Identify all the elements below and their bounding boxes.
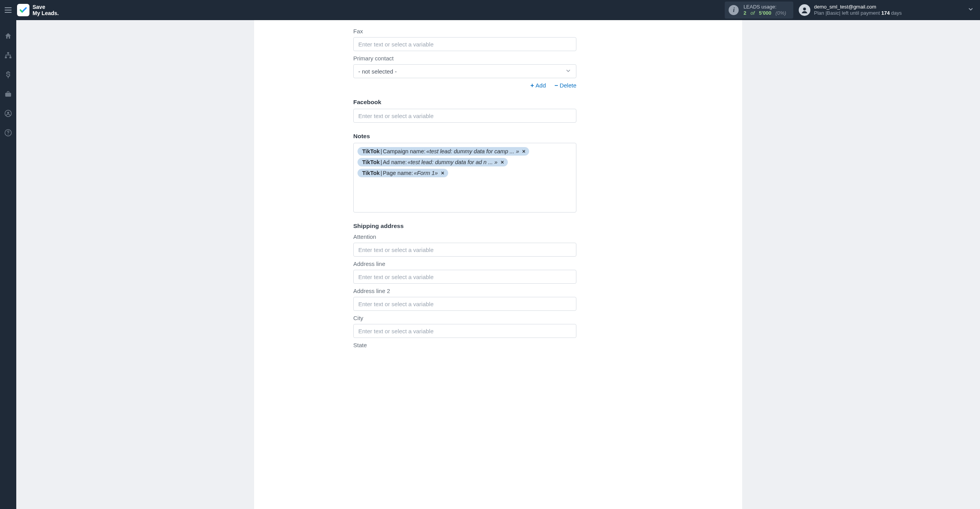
nav-billing[interactable]	[0, 69, 16, 81]
add-button[interactable]: + Add	[530, 82, 546, 89]
leads-usage-title: LEADS usage:	[743, 4, 786, 10]
svg-rect-3	[5, 57, 7, 58]
account-text: demo_sml_test@gmail.com Plan |Basic| lef…	[814, 4, 902, 17]
chip-source: TikTok	[362, 159, 380, 165]
account-email: demo_sml_test@gmail.com	[814, 4, 902, 10]
brand[interactable]: Save My Leads.	[17, 4, 59, 16]
svg-rect-2	[7, 52, 9, 54]
chip-label: Page name:	[383, 170, 413, 176]
leads-of: of	[750, 10, 755, 16]
plan-prefix: Plan |Basic| left until payment	[814, 10, 882, 16]
brand-text: Save My Leads.	[33, 4, 59, 16]
variable-chip[interactable]: TikTok | Campaign name: «test lead: dumm…	[358, 147, 529, 156]
dollar-icon	[4, 71, 12, 79]
nav-integrations[interactable]	[0, 50, 16, 61]
form-area: Fax Primary contact - not selected - + A…	[353, 28, 576, 348]
notes-section-label: Notes	[353, 133, 576, 140]
address-line-label: Address line	[353, 260, 576, 267]
address-line-2-input[interactable]	[353, 297, 576, 311]
svg-point-1	[803, 8, 806, 10]
state-label: State	[353, 342, 576, 348]
nav-help[interactable]	[0, 127, 16, 139]
nav-home[interactable]	[0, 30, 16, 42]
chip-label: Ad name:	[383, 159, 407, 165]
chip-source: TikTok	[362, 170, 380, 176]
brand-line2: My Leads.	[33, 10, 59, 16]
minus-icon: −	[554, 82, 558, 89]
leads-used: 2	[743, 10, 746, 16]
sitemap-icon	[4, 51, 12, 59]
leads-total: 5'000	[759, 10, 771, 16]
address-line-input[interactable]	[353, 270, 576, 284]
primary-contact-actions: + Add − Delete	[353, 82, 576, 89]
svg-rect-5	[5, 93, 11, 97]
leads-usage-values: 2 of 5'000 (0%)	[743, 10, 786, 16]
chip-value: «Form 1»	[414, 170, 438, 176]
plus-icon: +	[530, 82, 534, 89]
chip-remove-icon[interactable]: ×	[522, 148, 525, 154]
topbar: Save My Leads. i LEADS usage: 2 of 5'000…	[0, 0, 980, 20]
hamburger-icon	[5, 7, 12, 13]
question-circle-icon	[4, 129, 12, 137]
fax-input[interactable]	[353, 37, 576, 51]
user-circle-icon	[4, 110, 12, 117]
add-label: Add	[536, 82, 546, 89]
attention-label: Attention	[353, 233, 576, 240]
facebook-input[interactable]	[353, 109, 576, 123]
form-card: Fax Primary contact - not selected - + A…	[254, 20, 742, 509]
facebook-section-label: Facebook	[353, 99, 576, 106]
avatar	[799, 4, 810, 16]
plan-days-suffix: days	[890, 10, 902, 16]
nav-partners[interactable]	[0, 88, 16, 100]
shipping-section-label: Shipping address	[353, 223, 576, 230]
notes-input[interactable]: TikTok | Campaign name: «test lead: dumm…	[353, 143, 576, 213]
check-icon	[19, 6, 28, 14]
plan-days: 174	[881, 10, 890, 16]
briefcase-icon	[4, 90, 12, 98]
leads-usage-panel[interactable]: i LEADS usage: 2 of 5'000 (0%)	[725, 2, 793, 19]
chip-label: Campaign name:	[383, 148, 425, 154]
account-plan: Plan |Basic| left until payment 174 days	[814, 10, 902, 16]
nav-profile[interactable]	[0, 108, 16, 119]
leads-pct: (0%)	[775, 10, 786, 16]
chip-value: «test lead: dummy data for camp ... »	[426, 148, 519, 154]
chevron-down-icon	[968, 6, 974, 14]
primary-contact-select[interactable]: - not selected -	[353, 64, 576, 78]
sidebar	[0, 20, 16, 509]
svg-point-7	[7, 112, 9, 114]
user-icon	[800, 6, 809, 14]
main-surface[interactable]: Fax Primary contact - not selected - + A…	[16, 20, 980, 509]
chip-remove-icon[interactable]: ×	[441, 170, 444, 176]
attention-input[interactable]	[353, 243, 576, 257]
variable-chip[interactable]: TikTok | Page name: «Form 1»×	[358, 169, 448, 177]
brand-line1: Save	[33, 4, 59, 10]
delete-label: Delete	[560, 82, 576, 89]
variable-chip[interactable]: TikTok | Ad name: «test lead: dummy data…	[358, 158, 508, 166]
chip-source: TikTok	[362, 148, 380, 154]
primary-contact-label: Primary contact	[353, 55, 576, 62]
chip-remove-icon[interactable]: ×	[500, 159, 504, 165]
info-icon: i	[729, 5, 739, 15]
delete-button[interactable]: − Delete	[554, 82, 576, 89]
chip-value: «test lead: dummy data for ad n ... »	[407, 159, 497, 165]
menu-toggle-button[interactable]	[0, 0, 16, 20]
home-icon	[4, 32, 12, 40]
svg-rect-4	[9, 57, 11, 58]
fax-label: Fax	[353, 28, 576, 34]
primary-contact-value: - not selected -	[358, 68, 397, 75]
city-input[interactable]	[353, 324, 576, 338]
account-menu[interactable]: demo_sml_test@gmail.com Plan |Basic| lef…	[799, 4, 976, 17]
city-label: City	[353, 315, 576, 321]
leads-usage-text: LEADS usage: 2 of 5'000 (0%)	[743, 4, 786, 17]
svg-point-9	[8, 134, 9, 135]
address-line-2-label: Address line 2	[353, 288, 576, 294]
brand-logo	[17, 4, 29, 16]
chevron-down-icon	[565, 68, 571, 75]
